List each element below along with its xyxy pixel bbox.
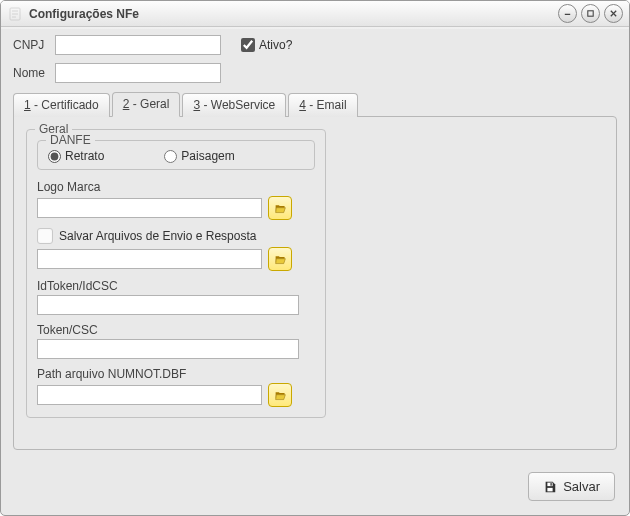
radio-retrato-input[interactable] <box>48 150 61 163</box>
idtoken-field[interactable] <box>37 295 299 315</box>
tab-webservice[interactable]: 3 - WebService <box>182 93 286 117</box>
salvar-arquivos-label: Salvar Arquivos de Envio e Resposta <box>59 229 256 243</box>
radio-paisagem-label: Paisagem <box>181 149 234 163</box>
window-controls <box>558 4 623 23</box>
group-geral: Geral DANFE Retrato Paisagem Logo Marca <box>26 129 326 418</box>
tab-page-geral: Geral DANFE Retrato Paisagem Logo Marca <box>13 116 617 450</box>
save-icon <box>543 480 557 494</box>
numnot-field[interactable] <box>37 385 262 405</box>
logo-browse-button[interactable] <box>268 196 292 220</box>
folder-open-icon <box>274 389 287 402</box>
logo-row: Logo Marca <box>37 180 315 220</box>
cnpj-row: CNPJ Ativo? <box>13 35 617 55</box>
group-danfe: DANFE Retrato Paisagem <box>37 140 315 170</box>
radio-paisagem-input[interactable] <box>164 150 177 163</box>
numnot-row: Path arquivo NUMNOT.DBF <box>37 367 315 407</box>
folder-open-icon <box>274 202 287 215</box>
numnot-label: Path arquivo NUMNOT.DBF <box>37 367 315 381</box>
ativo-checkbox[interactable]: Ativo? <box>241 38 292 52</box>
title-bar: Configurações NFe <box>1 1 629 27</box>
nome-label: Nome <box>13 66 55 80</box>
close-icon <box>609 9 618 18</box>
salvar-arq-row: Salvar Arquivos de Envio e Resposta <box>37 228 315 271</box>
tabs: 1 - Certificado 2 - Geral 3 - WebService… <box>13 91 617 116</box>
radio-retrato-label: Retrato <box>65 149 104 163</box>
nome-row: Nome <box>13 63 617 83</box>
token-row: Token/CSC <box>37 323 315 359</box>
idtoken-row: IdToken/IdCSC <box>37 279 315 315</box>
minimize-icon <box>563 9 572 18</box>
radio-paisagem[interactable]: Paisagem <box>164 149 234 163</box>
tab-geral[interactable]: 2 - Geral <box>112 92 181 117</box>
app-icon <box>7 6 23 22</box>
token-label: Token/CSC <box>37 323 315 337</box>
logo-field[interactable] <box>37 198 262 218</box>
window-frame: Configurações NFe CNPJ Ativo? Nome <box>0 0 630 516</box>
close-button[interactable] <box>604 4 623 23</box>
salvar-arquivos-checkbox[interactable] <box>37 228 53 244</box>
window-title: Configurações NFe <box>29 7 139 21</box>
folder-open-icon <box>274 253 287 266</box>
cnpj-label: CNPJ <box>13 38 55 52</box>
ativo-label: Ativo? <box>259 38 292 52</box>
numnot-browse-button[interactable] <box>268 383 292 407</box>
cnpj-field[interactable] <box>55 35 221 55</box>
tab-email[interactable]: 4 - Email <box>288 93 357 117</box>
ativo-checkbox-input[interactable] <box>241 38 255 52</box>
token-field[interactable] <box>37 339 299 359</box>
group-danfe-title: DANFE <box>46 133 95 147</box>
svg-rect-3 <box>548 482 553 486</box>
salvar-arquivos-browse-button[interactable] <box>268 247 292 271</box>
maximize-button[interactable] <box>581 4 600 23</box>
svg-rect-4 <box>548 487 553 491</box>
idtoken-label: IdToken/IdCSC <box>37 279 315 293</box>
tab-certificado[interactable]: 1 - Certificado <box>13 93 110 117</box>
footer: Salvar <box>528 472 615 501</box>
save-button-label: Salvar <box>563 479 600 494</box>
radio-retrato[interactable]: Retrato <box>48 149 104 163</box>
logo-label: Logo Marca <box>37 180 315 194</box>
nome-field[interactable] <box>55 63 221 83</box>
minimize-button[interactable] <box>558 4 577 23</box>
svg-rect-5 <box>551 483 552 486</box>
maximize-icon <box>586 9 595 18</box>
salvar-arquivos-field[interactable] <box>37 249 262 269</box>
save-button[interactable]: Salvar <box>528 472 615 501</box>
svg-rect-2 <box>588 11 593 16</box>
